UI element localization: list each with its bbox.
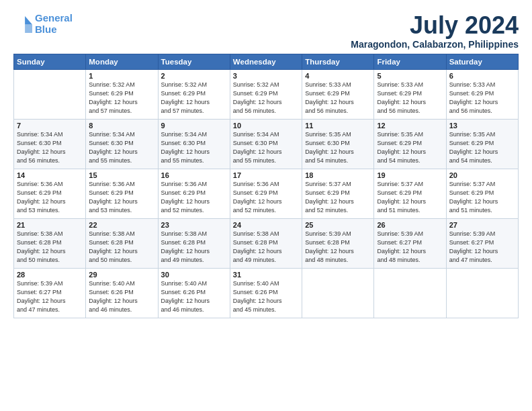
day-info: Sunrise: 5:39 AMSunset: 6:27 PMDaylight:… (17, 279, 83, 314)
calendar-cell: 18Sunrise: 5:37 AMSunset: 6:29 PMDayligh… (302, 169, 374, 218)
day-info: Sunrise: 5:38 AMSunset: 6:28 PMDaylight:… (17, 230, 83, 265)
day-info: Sunrise: 5:39 AMSunset: 6:27 PMDaylight:… (449, 230, 515, 265)
day-info: Sunrise: 5:36 AMSunset: 6:29 PMDaylight:… (233, 180, 299, 215)
day-number: 24 (233, 221, 299, 229)
calendar-cell: 12Sunrise: 5:35 AMSunset: 6:29 PMDayligh… (374, 119, 446, 169)
day-number: 31 (233, 271, 299, 279)
svg-rect-2 (13, 14, 25, 33)
day-info: Sunrise: 5:33 AMSunset: 6:29 PMDaylight:… (305, 81, 371, 116)
calendar-cell: 30Sunrise: 5:40 AMSunset: 6:26 PMDayligh… (158, 268, 230, 318)
logo-text: General Blue (35, 12, 73, 36)
day-info: Sunrise: 5:36 AMSunset: 6:29 PMDaylight:… (89, 180, 154, 215)
day-info: Sunrise: 5:38 AMSunset: 6:28 PMDaylight:… (233, 230, 299, 265)
day-number: 10 (233, 122, 299, 130)
calendar-week-row: 21Sunrise: 5:38 AMSunset: 6:28 PMDayligh… (14, 218, 519, 268)
calendar-cell: 24Sunrise: 5:38 AMSunset: 6:28 PMDayligh… (230, 218, 302, 268)
calendar-cell: 27Sunrise: 5:39 AMSunset: 6:27 PMDayligh… (446, 218, 518, 268)
calendar-table: SundayMondayTuesdayWednesdayThursdayFrid… (13, 54, 519, 318)
day-info: Sunrise: 5:35 AMSunset: 6:29 PMDaylight:… (377, 130, 443, 165)
day-info: Sunrise: 5:40 AMSunset: 6:26 PMDaylight:… (161, 279, 227, 314)
svg-marker-0 (25, 16, 32, 24)
day-number: 26 (377, 221, 443, 229)
calendar-cell: 1Sunrise: 5:32 AMSunset: 6:29 PMDaylight… (86, 69, 158, 119)
calendar-cell: 21Sunrise: 5:38 AMSunset: 6:28 PMDayligh… (14, 218, 86, 268)
calendar-cell: 9Sunrise: 5:34 AMSunset: 6:30 PMDaylight… (158, 119, 230, 169)
calendar-cell: 19Sunrise: 5:37 AMSunset: 6:29 PMDayligh… (374, 169, 446, 218)
calendar-cell: 5Sunrise: 5:33 AMSunset: 6:29 PMDaylight… (374, 69, 446, 119)
day-number: 4 (305, 72, 371, 80)
day-info: Sunrise: 5:34 AMSunset: 6:30 PMDaylight:… (89, 130, 154, 165)
calendar-header-row: SundayMondayTuesdayWednesdayThursdayFrid… (14, 54, 519, 69)
calendar-cell: 8Sunrise: 5:34 AMSunset: 6:30 PMDaylight… (86, 119, 158, 169)
day-info: Sunrise: 5:36 AMSunset: 6:29 PMDaylight:… (17, 180, 83, 215)
day-number: 8 (89, 122, 154, 130)
calendar-cell: 29Sunrise: 5:40 AMSunset: 6:26 PMDayligh… (86, 268, 158, 318)
day-info: Sunrise: 5:34 AMSunset: 6:30 PMDaylight:… (233, 130, 299, 165)
calendar-cell: 25Sunrise: 5:39 AMSunset: 6:28 PMDayligh… (302, 218, 374, 268)
logo-icon (13, 14, 32, 33)
day-number: 23 (161, 221, 227, 229)
day-number: 27 (449, 221, 515, 229)
calendar-cell (446, 268, 518, 318)
day-info: Sunrise: 5:39 AMSunset: 6:27 PMDaylight:… (377, 230, 443, 265)
calendar-cell: 23Sunrise: 5:38 AMSunset: 6:28 PMDayligh… (158, 218, 230, 268)
day-info: Sunrise: 5:33 AMSunset: 6:29 PMDaylight:… (449, 81, 515, 116)
day-number: 30 (161, 271, 227, 279)
calendar-cell: 7Sunrise: 5:34 AMSunset: 6:30 PMDaylight… (14, 119, 86, 169)
calendar-page: General Blue July 2024 Maragondon, Calab… (0, 0, 532, 411)
day-number: 18 (305, 171, 371, 179)
day-number: 14 (17, 171, 83, 179)
day-number: 2 (161, 72, 227, 80)
title-block: July 2024 Maragondon, Calabarzon, Philip… (351, 12, 519, 50)
day-info: Sunrise: 5:34 AMSunset: 6:30 PMDaylight:… (17, 130, 83, 165)
calendar-week-row: 1Sunrise: 5:32 AMSunset: 6:29 PMDaylight… (14, 69, 519, 119)
day-info: Sunrise: 5:36 AMSunset: 6:29 PMDaylight:… (161, 180, 227, 215)
day-number: 21 (17, 221, 83, 229)
calendar-week-row: 28Sunrise: 5:39 AMSunset: 6:27 PMDayligh… (14, 268, 519, 318)
calendar-cell: 17Sunrise: 5:36 AMSunset: 6:29 PMDayligh… (230, 169, 302, 218)
calendar-cell: 6Sunrise: 5:33 AMSunset: 6:29 PMDaylight… (446, 69, 518, 119)
logo: General Blue (13, 12, 73, 36)
calendar-cell: 4Sunrise: 5:33 AMSunset: 6:29 PMDaylight… (302, 69, 374, 119)
day-number: 19 (377, 171, 443, 179)
day-info: Sunrise: 5:32 AMSunset: 6:29 PMDaylight:… (89, 81, 154, 116)
day-number: 25 (305, 221, 371, 229)
page-header: General Blue July 2024 Maragondon, Calab… (13, 12, 519, 50)
day-number: 7 (17, 122, 83, 130)
day-number: 11 (305, 122, 371, 130)
day-info: Sunrise: 5:32 AMSunset: 6:29 PMDaylight:… (161, 81, 227, 116)
calendar-cell: 13Sunrise: 5:35 AMSunset: 6:29 PMDayligh… (446, 119, 518, 169)
calendar-cell: 11Sunrise: 5:35 AMSunset: 6:30 PMDayligh… (302, 119, 374, 169)
day-number: 13 (449, 122, 515, 130)
calendar-cell: 31Sunrise: 5:40 AMSunset: 6:26 PMDayligh… (230, 268, 302, 318)
calendar-cell (302, 268, 374, 318)
day-info: Sunrise: 5:35 AMSunset: 6:30 PMDaylight:… (305, 130, 371, 165)
calendar-week-row: 7Sunrise: 5:34 AMSunset: 6:30 PMDaylight… (14, 119, 519, 169)
calendar-cell: 28Sunrise: 5:39 AMSunset: 6:27 PMDayligh… (14, 268, 86, 318)
day-info: Sunrise: 5:33 AMSunset: 6:29 PMDaylight:… (377, 81, 443, 116)
calendar-week-row: 14Sunrise: 5:36 AMSunset: 6:29 PMDayligh… (14, 169, 519, 218)
main-title: July 2024 (351, 12, 519, 39)
sub-title: Maragondon, Calabarzon, Philippines (351, 39, 519, 50)
calendar-cell: 22Sunrise: 5:38 AMSunset: 6:28 PMDayligh… (86, 218, 158, 268)
day-number: 22 (89, 221, 154, 229)
day-header-thursday: Thursday (302, 54, 374, 69)
calendar-cell: 20Sunrise: 5:37 AMSunset: 6:29 PMDayligh… (446, 169, 518, 218)
day-info: Sunrise: 5:34 AMSunset: 6:30 PMDaylight:… (161, 130, 227, 165)
day-number: 9 (161, 122, 227, 130)
day-number: 16 (161, 171, 227, 179)
day-number: 3 (233, 72, 299, 80)
day-number: 1 (89, 72, 154, 80)
day-number: 6 (449, 72, 515, 80)
day-info: Sunrise: 5:37 AMSunset: 6:29 PMDaylight:… (305, 180, 371, 215)
day-number: 12 (377, 122, 443, 130)
calendar-cell: 16Sunrise: 5:36 AMSunset: 6:29 PMDayligh… (158, 169, 230, 218)
calendar-cell: 10Sunrise: 5:34 AMSunset: 6:30 PMDayligh… (230, 119, 302, 169)
day-info: Sunrise: 5:35 AMSunset: 6:29 PMDaylight:… (449, 130, 515, 165)
day-header-monday: Monday (86, 54, 158, 69)
day-number: 5 (377, 72, 443, 80)
calendar-cell: 3Sunrise: 5:32 AMSunset: 6:29 PMDaylight… (230, 69, 302, 119)
calendar-cell (14, 69, 86, 119)
day-number: 15 (89, 171, 154, 179)
day-header-sunday: Sunday (14, 54, 86, 69)
